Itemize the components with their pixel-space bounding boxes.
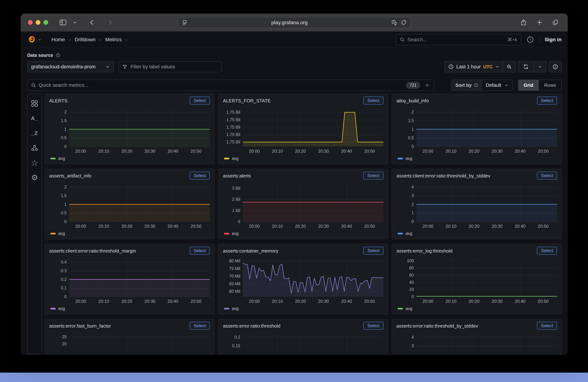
x-tick-label: 20:00 xyxy=(249,224,260,229)
sort-control: Sort by Default xyxy=(451,79,512,91)
info-icon[interactable] xyxy=(474,83,479,88)
quick-search[interactable]: 721 × xyxy=(27,79,434,91)
rows-view-button[interactable]: Rows xyxy=(539,80,561,90)
zoom-out-time-icon[interactable] xyxy=(503,61,515,72)
metric-panel: asserts:alertsSelect3 Bil2 Bil1 Bil020:0… xyxy=(218,169,388,239)
select-button[interactable]: Select xyxy=(363,172,383,180)
legend-label[interactable]: avg xyxy=(405,156,412,161)
metric-panel: asserts:client:error:ratio:threshold_by_… xyxy=(392,169,562,239)
sidebar-chevron-icon[interactable] xyxy=(72,20,77,25)
x-tick-label: 20:20 xyxy=(295,224,306,229)
x-tick-label: 20:50 xyxy=(538,299,549,304)
sidebar-toggle-icon[interactable] xyxy=(59,19,67,26)
breadcrumb-separator: › xyxy=(100,37,101,43)
panel-chart: 80 Mil75 Mil70 Mil65 Mil60 Mil xyxy=(223,258,383,297)
y-tick-label: 80 xyxy=(409,266,414,270)
y-tick-label: 2 xyxy=(412,110,414,115)
metrics-drilldown-page: Data source grafanacloud-demoinfra-prom xyxy=(21,48,568,354)
breadcrumb-drilldown[interactable]: Drilldown xyxy=(75,37,96,42)
select-button[interactable]: Select xyxy=(537,322,557,330)
page-format-icon[interactable] xyxy=(181,19,188,26)
x-tick-label: 20:20 xyxy=(121,224,132,229)
legend-swatch xyxy=(398,233,403,234)
quick-search-input[interactable] xyxy=(39,82,403,88)
y-tick-label: 25 xyxy=(62,334,67,339)
translate-icon[interactable]: A xyxy=(391,19,398,26)
legend-label[interactable]: avg xyxy=(405,231,412,236)
address-bar[interactable]: play.grafana.org A xyxy=(178,17,411,28)
clear-search-icon[interactable]: × xyxy=(426,82,429,88)
legend-label[interactable]: avg xyxy=(58,231,65,236)
select-button[interactable]: Select xyxy=(363,96,383,105)
global-search-input[interactable] xyxy=(407,37,505,42)
refresh-icon[interactable] xyxy=(518,61,533,72)
refresh-interval-chevron-icon[interactable] xyxy=(534,61,546,72)
sort-by-label: Sort by xyxy=(455,82,472,88)
y-tick-label: 1.5 xyxy=(61,118,67,123)
sort-az-icon[interactable]: A_ xyxy=(31,114,38,123)
y-tick-label: 80 Mil xyxy=(229,259,240,264)
select-button[interactable]: Select xyxy=(537,96,557,105)
all-metrics-icon[interactable] xyxy=(30,99,39,108)
sort-select[interactable]: Default xyxy=(482,80,512,90)
breadcrumb-metrics[interactable]: Metrics xyxy=(105,37,122,42)
minimize-window-button[interactable] xyxy=(36,20,40,25)
select-button[interactable]: Select xyxy=(190,247,210,255)
panel-chart: 43210 xyxy=(397,183,557,222)
settings-gear-icon[interactable]: ⚙ xyxy=(31,173,38,182)
legend-label[interactable]: avg xyxy=(232,156,239,161)
url-text[interactable]: play.grafana.org xyxy=(188,20,391,25)
org-switcher-chevron-icon[interactable] xyxy=(38,38,41,41)
x-tick-label: 20:20 xyxy=(468,299,479,304)
select-button[interactable]: Select xyxy=(190,172,210,180)
time-range-picker[interactable]: Last 1 hour UTC xyxy=(445,64,503,70)
y-tick-label: 1 xyxy=(64,202,67,207)
related-metrics-icon[interactable] xyxy=(30,143,39,153)
select-button[interactable]: Select xyxy=(190,322,210,330)
legend-label[interactable]: avg xyxy=(58,306,65,311)
x-tick-label: 20:10 xyxy=(445,224,456,229)
x-tick-label: 20:10 xyxy=(98,299,109,304)
y-tick-label: 1.5 xyxy=(408,118,414,123)
legend-label[interactable]: avg xyxy=(232,306,239,311)
legend-label[interactable]: avg xyxy=(58,156,65,161)
favorites-star-icon[interactable]: ☆ xyxy=(31,158,38,168)
breadcrumb-home[interactable]: Home xyxy=(51,37,65,42)
reload-icon[interactable] xyxy=(400,19,407,26)
select-button[interactable]: Select xyxy=(363,322,383,330)
legend-label[interactable]: avg xyxy=(232,231,239,236)
datasource-select[interactable]: grafanacloud-demoinfra-prom xyxy=(27,61,114,72)
select-button[interactable]: Select xyxy=(537,172,557,180)
panel-chart: 21.510.50 xyxy=(49,108,210,147)
legend-label[interactable]: avg xyxy=(405,306,412,311)
sort-za-icon[interactable]: _Z xyxy=(31,128,38,138)
share-icon[interactable] xyxy=(520,19,527,26)
page-info-button[interactable] xyxy=(549,61,562,72)
info-icon[interactable] xyxy=(56,53,61,58)
back-icon[interactable] xyxy=(88,19,95,26)
help-icon[interactable]: ? xyxy=(526,36,534,44)
sign-in-button[interactable]: Sign in xyxy=(545,37,562,42)
label-filter-input[interactable]: Filter by label values xyxy=(119,61,222,72)
global-search[interactable]: ⌘+k xyxy=(396,34,521,45)
legend-swatch xyxy=(50,158,56,159)
select-button[interactable]: Select xyxy=(363,247,383,255)
forward-icon[interactable] xyxy=(107,19,114,26)
zoom-window-button[interactable] xyxy=(43,20,48,25)
y-tick-label: 65 Mil xyxy=(229,281,240,286)
tab-overview-icon[interactable] xyxy=(552,19,559,26)
new-tab-icon[interactable] xyxy=(536,19,543,26)
panel-chart: 1.75 Bil1.75 Bil1.75 Bil1.75 Bil1.75 Bil xyxy=(223,108,383,147)
x-tick-label: 20:30 xyxy=(318,224,329,229)
grid-view-button[interactable]: Grid xyxy=(518,80,539,90)
grafana-logo[interactable] xyxy=(27,35,36,44)
panel-title: asserts:error:ratio:threshold_by_stddev xyxy=(397,322,478,329)
legend-swatch xyxy=(50,308,56,309)
select-button[interactable]: Select xyxy=(190,96,210,105)
info-icon xyxy=(549,61,561,72)
y-tick-label: 4 xyxy=(412,335,414,340)
close-window-button[interactable] xyxy=(28,20,33,25)
y-tick-label: 60 xyxy=(409,273,414,278)
metric-panel: asserts_artifact_infoSelect21.510.5020:0… xyxy=(44,169,214,239)
select-button[interactable]: Select xyxy=(537,247,557,255)
